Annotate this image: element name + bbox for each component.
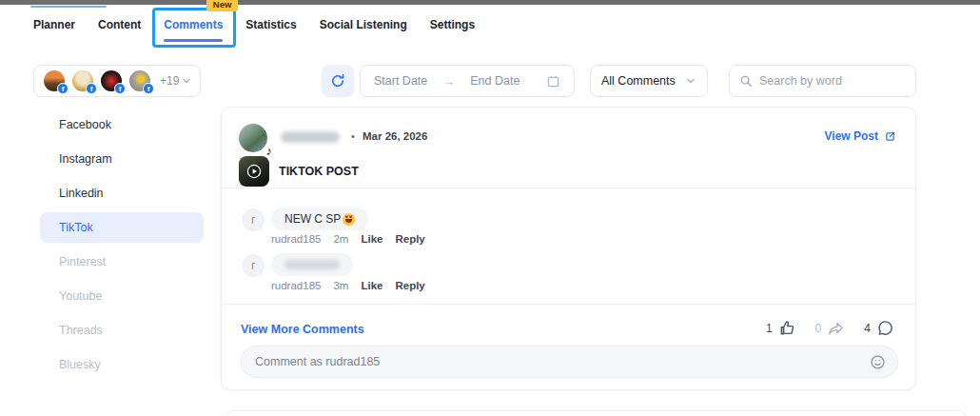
comment-time: 2m (333, 233, 348, 245)
facebook-badge-icon: f (86, 83, 97, 94)
avatar: f (129, 70, 150, 91)
tab-social-listening[interactable]: Social Listening (320, 18, 407, 31)
date-range-picker[interactable]: Start Date → End Date (360, 65, 575, 97)
chevron-down-icon (181, 75, 192, 87)
sidebar-item-instagram[interactable]: Instagram (40, 144, 204, 174)
comment-text-redacted (284, 260, 340, 269)
sidebar-item-tiktok[interactable]: TikTok (40, 212, 204, 243)
network-sidebar: Facebook Instagram Linkedin TikTok Pinte… (40, 109, 204, 384)
comment-time: 3m (333, 280, 348, 291)
sidebar-item-youtube[interactable]: Youtube (40, 281, 204, 311)
next-card-top-edge (225, 410, 967, 416)
play-icon (245, 163, 263, 180)
like-button[interactable]: Like (361, 280, 382, 291)
comment-meta: rudrad185 2m Like Reply (271, 233, 425, 245)
post-card: ♪ • Mar 26, 2026 View Post TIKTOK POST r… (221, 107, 916, 390)
calendar-icon (546, 74, 560, 89)
comments-filter-select[interactable]: All Comments (590, 65, 708, 97)
reactions-bar: 1 0 4 (766, 319, 894, 337)
divider (222, 188, 915, 188)
view-more-comments-link[interactable]: View More Comments (241, 323, 364, 336)
likes-count[interactable]: 1 (766, 319, 796, 337)
post-type-label: TIKTOK POST (279, 165, 359, 178)
comment-text: NEW C SP (284, 212, 341, 226)
comments-value: 4 (864, 322, 871, 335)
facebook-badge-icon: f (143, 83, 154, 94)
shares-value: 0 (815, 322, 822, 335)
view-post-label: View Post (825, 129, 878, 143)
search-field (729, 65, 916, 97)
new-badge: New (206, 0, 239, 11)
search-input[interactable] (759, 74, 906, 88)
tab-comments-label: Comments (164, 18, 223, 31)
comment-meta: rudrad185 3m Like Reply (271, 280, 425, 291)
post-author-name-redacted (281, 131, 340, 143)
avatar: f (72, 70, 93, 91)
like-button[interactable]: Like (361, 233, 382, 245)
post-date: Mar 26, 2026 (363, 130, 427, 142)
comment-bubble-icon (876, 319, 894, 337)
comment-input[interactable] (255, 355, 870, 368)
reply-button[interactable]: Reply (395, 233, 424, 245)
tab-planner[interactable]: Planner (33, 18, 75, 31)
commenter-avatar: r (242, 208, 265, 231)
reply-button[interactable]: Reply (395, 280, 424, 291)
likes-value: 1 (766, 322, 773, 335)
view-post-link[interactable]: View Post (825, 129, 896, 143)
more-profiles-count: +19 (160, 74, 179, 88)
app-window: Planner Content New Comments Statistics … (0, 0, 980, 416)
comment-input-wrapper (241, 346, 898, 378)
heart-eyes-emoji-icon (343, 213, 355, 226)
tiktok-note-icon: ♪ (266, 144, 273, 158)
dot-separator: • (351, 130, 355, 142)
emoji-picker-icon[interactable] (870, 354, 886, 370)
divider (222, 304, 915, 305)
facebook-badge-icon: f (114, 83, 126, 94)
facebook-badge-icon: f (57, 83, 69, 94)
sidebar-item-facebook[interactable]: Facebook (40, 109, 204, 140)
tab-statistics[interactable]: Statistics (245, 18, 296, 31)
sidebar-item-threads[interactable]: Threads (40, 315, 204, 346)
post-author-avatar: ♪ (239, 124, 267, 152)
comments-filter-value: All Comments (601, 74, 676, 88)
tab-content[interactable]: Content (98, 18, 141, 31)
thumbs-up-icon (778, 319, 796, 337)
avatar: f (101, 70, 122, 91)
search-icon (739, 74, 753, 88)
active-tab-indicator (164, 39, 223, 42)
refresh-button[interactable] (322, 65, 354, 97)
arrow-right-icon: → (442, 74, 455, 89)
sidebar-item-pinterest[interactable]: Pinterest (40, 247, 204, 277)
start-date-placeholder: Start Date (374, 74, 427, 88)
shares-count[interactable]: 0 (815, 319, 846, 337)
post-thumbnail[interactable] (239, 156, 269, 187)
comments-count[interactable]: 4 (864, 319, 894, 337)
main-nav: Planner Content New Comments Statistics … (33, 0, 475, 50)
sidebar-item-linkedin[interactable]: Linkedin (40, 178, 204, 208)
tab-settings[interactable]: Settings (430, 18, 475, 31)
commenter-avatar: r (242, 254, 265, 277)
avatar: f (44, 70, 65, 91)
end-date-placeholder: End Date (470, 74, 519, 88)
comment-author: rudrad185 (271, 233, 321, 245)
sidebar-item-bluesky[interactable]: Bluesky (40, 349, 204, 380)
chevron-down-icon (685, 75, 696, 87)
comment-bubble: NEW C SP (271, 208, 368, 230)
external-link-icon (884, 130, 896, 143)
tab-comments[interactable]: New Comments (164, 18, 223, 31)
comment-author: rudrad185 (271, 280, 321, 291)
comment-bubble (271, 253, 353, 276)
refresh-icon (330, 73, 345, 89)
profile-selector[interactable]: f f f f +19 (33, 65, 201, 97)
share-arrow-icon (827, 319, 845, 337)
